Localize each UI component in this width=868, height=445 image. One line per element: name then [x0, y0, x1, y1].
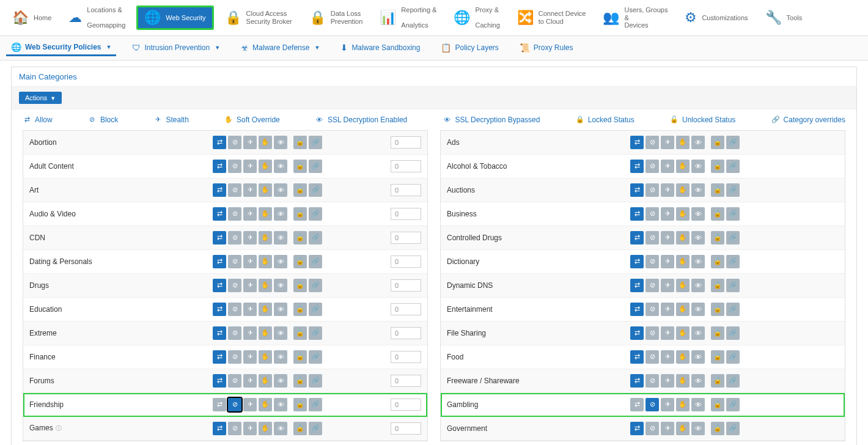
toggle-block[interactable]: ⊘: [645, 374, 659, 388]
toggle-ssl-enabled[interactable]: 👁: [274, 207, 287, 221]
toggle-unlocked[interactable]: 🔓: [711, 398, 724, 411]
toggle-soft-override[interactable]: ✋: [259, 183, 272, 197]
toggle-block[interactable]: ⊘: [228, 422, 241, 435]
toggle-unlocked[interactable]: 🔓: [711, 350, 724, 364]
toggle-ssl-enabled[interactable]: 👁: [691, 207, 705, 221]
toggle-override[interactable]: 🔗: [726, 350, 740, 364]
toggle-block[interactable]: ⊘: [645, 136, 659, 149]
toggle-allow[interactable]: ⇄: [213, 422, 226, 435]
topnav-item-4[interactable]: 🔒Data Loss Prevention: [303, 7, 369, 28]
toggle-allow[interactable]: ⇄: [213, 279, 226, 292]
toggle-unlocked[interactable]: 🔓: [293, 136, 307, 149]
toggle-soft-override[interactable]: ✋: [259, 255, 272, 268]
toggle-stealth[interactable]: ✈: [243, 398, 257, 411]
toggle-override[interactable]: 🔗: [309, 279, 322, 292]
toggle-stealth[interactable]: ✈: [661, 303, 674, 316]
toggle-allow[interactable]: ⇄: [213, 350, 226, 364]
topnav-item-1[interactable]: ☁Locations &Geomapping: [62, 4, 131, 32]
toggle-stealth[interactable]: ✈: [661, 279, 674, 292]
toggle-override[interactable]: 🔗: [726, 398, 740, 411]
topnav-item-10[interactable]: 🔧Tools: [759, 7, 809, 28]
toggle-unlocked[interactable]: 🔓: [711, 231, 724, 245]
toggle-allow[interactable]: ⇄: [213, 303, 226, 316]
toggle-unlocked[interactable]: 🔓: [293, 398, 307, 411]
toggle-override[interactable]: 🔗: [726, 160, 740, 173]
toggle-stealth[interactable]: ✈: [243, 255, 257, 268]
topnav-item-8[interactable]: 👥Users, Groups &Devices: [597, 4, 674, 32]
toggle-soft-override[interactable]: ✋: [259, 374, 272, 388]
toggle-soft-override[interactable]: ✋: [676, 374, 690, 388]
toggle-stealth[interactable]: ✈: [243, 136, 257, 149]
toggle-override[interactable]: 🔗: [309, 303, 322, 316]
toggle-override[interactable]: 🔗: [726, 207, 740, 221]
toggle-block[interactable]: ⊘: [645, 231, 659, 245]
info-icon[interactable]: ⓘ: [56, 425, 62, 432]
toggle-ssl-enabled[interactable]: 👁: [691, 136, 705, 149]
toggle-block[interactable]: ⊘: [228, 160, 241, 173]
toggle-stealth[interactable]: ✈: [661, 374, 674, 388]
actions-button[interactable]: Actions ▼: [19, 92, 62, 104]
toggle-ssl-enabled[interactable]: 👁: [274, 160, 287, 173]
toggle-stealth[interactable]: ✈: [661, 136, 674, 149]
topnav-item-9[interactable]: ⚙Customizations: [679, 7, 754, 28]
count-input[interactable]: [391, 232, 421, 244]
toggle-soft-override[interactable]: ✋: [676, 160, 690, 173]
toggle-soft-override[interactable]: ✋: [676, 231, 690, 245]
toggle-stealth[interactable]: ✈: [661, 160, 674, 173]
toggle-allow[interactable]: ⇄: [213, 160, 226, 173]
toggle-soft-override[interactable]: ✋: [259, 160, 272, 173]
count-input[interactable]: [391, 160, 421, 172]
toggle-allow[interactable]: ⇄: [630, 398, 644, 411]
toggle-soft-override[interactable]: ✋: [259, 279, 272, 292]
toggle-allow[interactable]: ⇄: [630, 136, 644, 149]
toggle-stealth[interactable]: ✈: [243, 422, 257, 435]
toggle-soft-override[interactable]: ✋: [676, 207, 690, 221]
toggle-override[interactable]: 🔗: [309, 398, 322, 411]
toggle-soft-override[interactable]: ✋: [676, 398, 690, 411]
toggle-block[interactable]: ⊘: [228, 303, 241, 316]
toggle-allow[interactable]: ⇄: [630, 350, 644, 364]
toggle-ssl-enabled[interactable]: 👁: [691, 422, 705, 435]
toggle-ssl-enabled[interactable]: 👁: [691, 183, 705, 197]
toggle-soft-override[interactable]: ✋: [676, 422, 690, 435]
toggle-unlocked[interactable]: 🔓: [293, 183, 307, 197]
toggle-soft-override[interactable]: ✋: [259, 398, 272, 411]
toggle-unlocked[interactable]: 🔓: [711, 326, 724, 340]
topnav-item-6[interactable]: 🌐Proxy &Caching: [447, 4, 506, 32]
toggle-unlocked[interactable]: 🔓: [711, 374, 724, 388]
toggle-soft-override[interactable]: ✋: [259, 303, 272, 316]
count-input[interactable]: [391, 208, 421, 220]
toggle-unlocked[interactable]: 🔓: [711, 183, 724, 197]
subnav-item-0[interactable]: 🌐Web Security Policies▼: [6, 40, 116, 56]
toggle-unlocked[interactable]: 🔓: [293, 326, 307, 340]
toggle-stealth[interactable]: ✈: [661, 183, 674, 197]
toggle-override[interactable]: 🔗: [726, 183, 740, 197]
toggle-allow[interactable]: ⇄: [213, 398, 226, 411]
toggle-override[interactable]: 🔗: [309, 326, 322, 340]
toggle-unlocked[interactable]: 🔓: [711, 160, 724, 173]
toggle-block[interactable]: ⊘: [645, 422, 659, 435]
toggle-block[interactable]: ⊘: [645, 160, 659, 173]
toggle-allow[interactable]: ⇄: [630, 374, 644, 388]
toggle-stealth[interactable]: ✈: [661, 398, 674, 411]
toggle-block[interactable]: ⊘: [228, 374, 241, 388]
toggle-unlocked[interactable]: 🔓: [293, 255, 307, 268]
toggle-soft-override[interactable]: ✋: [259, 207, 272, 221]
toggle-block[interactable]: ⊘: [228, 207, 241, 221]
toggle-soft-override[interactable]: ✋: [259, 231, 272, 245]
toggle-unlocked[interactable]: 🔓: [711, 207, 724, 221]
toggle-allow[interactable]: ⇄: [630, 255, 644, 268]
toggle-unlocked[interactable]: 🔓: [711, 422, 724, 435]
toggle-unlocked[interactable]: 🔓: [711, 279, 724, 292]
toggle-stealth[interactable]: ✈: [243, 303, 257, 316]
toggle-allow[interactable]: ⇄: [213, 231, 226, 245]
toggle-ssl-enabled[interactable]: 👁: [274, 422, 287, 435]
topnav-item-2[interactable]: 🌐Web Security: [136, 6, 213, 30]
subnav-item-3[interactable]: ⬇Malware Sandboxing: [336, 40, 425, 55]
toggle-allow[interactable]: ⇄: [630, 422, 644, 435]
toggle-stealth[interactable]: ✈: [243, 207, 257, 221]
toggle-block[interactable]: ⊘: [645, 207, 659, 221]
toggle-stealth[interactable]: ✈: [661, 350, 674, 364]
toggle-allow[interactable]: ⇄: [213, 374, 226, 388]
toggle-unlocked[interactable]: 🔓: [711, 136, 724, 149]
